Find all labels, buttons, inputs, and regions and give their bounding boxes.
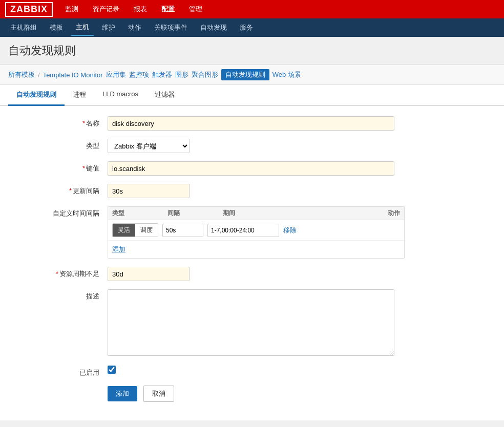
interval-type-toggle: 灵活 调度 — [112, 223, 158, 237]
type-control-wrap: Zabbix 客户端 Zabbix 主动客户端 SNMP v1 SNMP v2c… — [108, 139, 489, 153]
keep-lost-row: *资源周期不足 — [15, 267, 489, 281]
key-row: *键值 — [15, 161, 489, 176]
nav-services[interactable]: 服务 — [235, 20, 258, 35]
keep-lost-required: * — [56, 270, 58, 277]
submit-button[interactable]: 添加 — [108, 386, 137, 401]
col-action-header: 动作 — [374, 209, 400, 218]
cancel-button[interactable]: 取消 — [143, 386, 174, 402]
top-navigation: ZABBIX 监测 资产记录 报表 配置 管理 — [0, 0, 504, 18]
key-required: * — [82, 164, 85, 172]
type-label: 类型 — [15, 139, 108, 151]
nav-hosts[interactable]: 主机 — [71, 19, 94, 36]
nav-event-correlation[interactable]: 关联项事件 — [149, 20, 193, 35]
key-control-wrap — [108, 161, 489, 176]
name-label: *名称 — [15, 116, 108, 128]
breadcrumb-web-scenarios[interactable]: Web 场景 — [272, 70, 301, 79]
keep-lost-input[interactable] — [108, 267, 190, 281]
add-interval-link[interactable]: 添加 — [112, 245, 125, 254]
nav-item-admin[interactable]: 管理 — [187, 4, 204, 15]
breadcrumb-screens[interactable]: 聚合图形 — [192, 70, 218, 79]
enabled-checkbox[interactable] — [108, 366, 116, 374]
col-period-header: 期间 — [223, 209, 374, 218]
breadcrumb-discovery-rules[interactable]: 自动发现规则 — [221, 69, 269, 80]
tab-process[interactable]: 进程 — [65, 85, 94, 106]
toggle-flexible[interactable]: 灵活 — [113, 224, 135, 237]
breadcrumb-template-name[interactable]: Template IO Monitor — [43, 71, 103, 79]
name-required: * — [82, 119, 85, 127]
breadcrumb-sep-1: / — [38, 71, 40, 79]
description-textarea[interactable] — [108, 289, 394, 356]
col-interval-header: 间隔 — [167, 209, 219, 218]
type-row: 类型 Zabbix 客户端 Zabbix 主动客户端 SNMP v1 SNMP … — [15, 139, 489, 153]
nav-templates[interactable]: 模板 — [45, 20, 68, 35]
form-buttons-row: 添加 取消 — [15, 386, 489, 402]
update-interval-required: * — [69, 187, 72, 195]
nav-actions[interactable]: 动作 — [123, 20, 146, 35]
tab-lld-macros[interactable]: LLD macros — [94, 85, 146, 106]
nav-maintenance[interactable]: 维护 — [97, 20, 120, 35]
interval-value-input[interactable] — [162, 224, 203, 237]
key-label: *键值 — [15, 161, 108, 173]
page-title-bar: 自动发现规则 — [0, 37, 504, 65]
keep-lost-label: *资源周期不足 — [15, 267, 108, 279]
update-interval-control-wrap — [108, 184, 489, 198]
buttons-spacer — [15, 386, 108, 388]
form-tabs: 自动发现规则 进程 LLD macros 过滤器 — [0, 85, 504, 106]
nav-host-groups[interactable]: 主机群组 — [5, 20, 42, 35]
interval-period-input[interactable] — [207, 224, 279, 237]
keep-lost-control-wrap — [108, 267, 489, 281]
interval-header-row: 类型 间隔 期间 动作 — [108, 207, 404, 220]
buttons-wrap: 添加 取消 — [108, 386, 489, 402]
top-nav-items: 监测 资产记录 报表 配置 管理 — [63, 4, 204, 15]
page-title: 自动发现规则 — [8, 43, 496, 58]
enabled-row: 已启用 — [15, 366, 489, 377]
nav-item-reports[interactable]: 报表 — [132, 4, 149, 15]
description-label: 描述 — [15, 289, 108, 301]
key-input[interactable] — [108, 161, 394, 176]
breadcrumb-graphs[interactable]: 图形 — [175, 70, 188, 79]
custom-intervals-row: 自定义时间间隔 类型 间隔 期间 动作 灵活 调度 移除 — [15, 206, 489, 259]
remove-interval-link[interactable]: 移除 — [283, 226, 297, 235]
description-row: 描述 — [15, 289, 489, 357]
second-navigation: 主机群组 模板 主机 维护 动作 关联项事件 自动发现 服务 — [0, 18, 504, 37]
main-content: *名称 类型 Zabbix 客户端 Zabbix 主动客户端 SNMP v1 S… — [0, 106, 504, 420]
enabled-label: 已启用 — [15, 366, 108, 377]
interval-section: 类型 间隔 期间 动作 灵活 调度 移除 添加 — [108, 206, 405, 259]
description-control-wrap — [108, 289, 489, 357]
breadcrumb-items[interactable]: 监控项 — [129, 70, 149, 79]
enabled-control-wrap — [108, 366, 489, 375]
breadcrumb-applications[interactable]: 应用集 — [106, 70, 126, 79]
nav-item-assets[interactable]: 资产记录 — [91, 4, 121, 15]
name-input[interactable] — [108, 116, 394, 131]
brand-logo[interactable]: ZABBIX — [5, 2, 53, 17]
interval-footer: 添加 — [108, 241, 404, 258]
breadcrumb-triggers[interactable]: 触发器 — [152, 70, 172, 79]
breadcrumb: 所有模板 / Template IO Monitor 应用集 监控项 触发器 图… — [0, 65, 504, 85]
interval-data-row: 灵活 调度 移除 — [108, 220, 404, 241]
custom-intervals-control-wrap: 类型 间隔 期间 动作 灵活 调度 移除 添加 — [108, 206, 489, 259]
update-interval-label: *更新间隔 — [15, 184, 108, 196]
nav-item-config[interactable]: 配置 — [159, 4, 177, 15]
toggle-schedule[interactable]: 调度 — [135, 224, 158, 237]
type-select[interactable]: Zabbix 客户端 Zabbix 主动客户端 SNMP v1 SNMP v2c… — [108, 139, 190, 153]
col-type-header: 类型 — [112, 209, 163, 218]
name-row: *名称 — [15, 116, 489, 131]
breadcrumb-all-templates[interactable]: 所有模板 — [8, 70, 35, 79]
custom-intervals-label: 自定义时间间隔 — [15, 206, 108, 218]
update-interval-input[interactable] — [108, 184, 190, 198]
tab-discovery-rules[interactable]: 自动发现规则 — [8, 85, 65, 106]
nav-discovery[interactable]: 自动发现 — [195, 20, 232, 35]
name-control-wrap — [108, 116, 489, 131]
nav-item-monitor[interactable]: 监测 — [63, 4, 80, 15]
update-interval-row: *更新间隔 — [15, 184, 489, 198]
tab-filters[interactable]: 过滤器 — [146, 85, 183, 106]
